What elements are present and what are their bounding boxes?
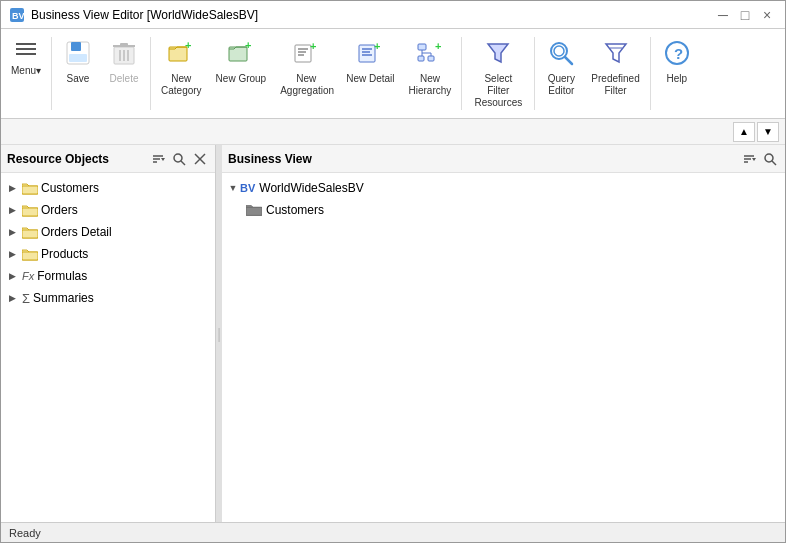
menu-lines-icon <box>14 37 38 61</box>
toolbar: Menu▾ Save <box>1 29 785 119</box>
new-group-label: New Group <box>216 73 267 85</box>
bv-root-icon: BV <box>240 182 255 194</box>
status-text: Ready <box>9 527 41 539</box>
new-group-button[interactable]: + New Group <box>210 33 273 114</box>
save-icon <box>62 37 94 69</box>
menu-label: Menu▾ <box>11 65 41 76</box>
query-editor-button[interactable]: QueryEditor <box>539 33 583 114</box>
business-view-tree: ▼ BV WorldWideSalesBV Customers <box>222 173 785 522</box>
tree-label-formulas: Formulas <box>37 269 87 283</box>
main-window: BV Business View Editor [WorldWideSalesB… <box>0 0 786 543</box>
predefined-filter-button[interactable]: PredefinedFilter <box>585 33 645 114</box>
window-controls: ─ □ × <box>713 5 777 25</box>
help-button[interactable]: ? Help <box>655 33 699 114</box>
svg-text:+: + <box>185 39 191 51</box>
svg-rect-15 <box>295 45 311 62</box>
right-panel-header-icons <box>740 150 779 168</box>
svg-text:+: + <box>435 40 441 52</box>
new-hierarchy-icon: + <box>414 37 446 69</box>
right-panel: Business View <box>222 145 785 522</box>
select-filter-resources-button[interactable]: Select FilterResources <box>466 33 530 114</box>
svg-rect-50 <box>22 252 38 260</box>
separator-3 <box>461 37 462 110</box>
new-category-label: NewCategory <box>161 73 202 97</box>
new-aggregation-icon: + <box>290 37 322 69</box>
svg-line-34 <box>565 57 572 64</box>
save-button[interactable]: Save <box>56 33 100 114</box>
left-panel-title: Resource Objects <box>7 152 109 166</box>
expander-customers[interactable]: ▶ <box>5 181 19 195</box>
tree-item-formulas[interactable]: ▶ Fx Formulas <box>1 265 215 287</box>
window-title: Business View Editor [WorldWideSalesBV] <box>31 8 258 22</box>
tree-item-summaries[interactable]: ▶ Σ Summaries <box>1 287 215 309</box>
new-aggregation-button[interactable]: + NewAggregation <box>274 33 338 114</box>
new-detail-button[interactable]: + New Detail <box>340 33 400 114</box>
minimize-button[interactable]: ─ <box>713 5 733 25</box>
tree-label-summaries: Summaries <box>33 291 94 305</box>
tree-item-orders[interactable]: ▶ Orders <box>1 199 215 221</box>
svg-line-55 <box>772 161 776 165</box>
svg-rect-26 <box>418 56 424 61</box>
svg-rect-27 <box>428 56 434 61</box>
tree-label-products: Products <box>41 247 88 261</box>
folder-icon-products <box>22 247 38 261</box>
new-hierarchy-button[interactable]: + NewHierarchy <box>403 33 458 114</box>
help-label: Help <box>666 73 687 85</box>
delete-label: Delete <box>110 73 139 85</box>
svg-rect-4 <box>69 54 87 62</box>
svg-rect-3 <box>71 42 81 51</box>
bv-root-expander[interactable]: ▼ <box>226 181 240 195</box>
tree-item-products[interactable]: ▶ Products <box>1 243 215 265</box>
separator-1 <box>51 37 52 110</box>
new-category-button[interactable]: + NewCategory <box>155 33 208 114</box>
status-bar: Ready <box>1 522 785 542</box>
bv-item-customers[interactable]: Customers <box>242 199 785 221</box>
tree-label-customers: Customers <box>41 181 99 195</box>
scroll-up-button[interactable]: ▲ <box>733 122 755 142</box>
svg-point-54 <box>765 154 773 162</box>
close-panel-icon[interactable] <box>191 150 209 168</box>
folder-icon-orders-detail <box>22 225 38 239</box>
delete-button[interactable]: Delete <box>102 33 146 114</box>
left-panel-header: Resource Objects <box>1 145 215 173</box>
main-content: Resource Objects <box>1 145 785 522</box>
svg-marker-32 <box>488 44 508 62</box>
svg-text:+: + <box>245 39 251 51</box>
help-icon: ? <box>661 37 693 69</box>
svg-rect-25 <box>418 44 426 50</box>
sigma-icon: Σ <box>22 291 30 306</box>
svg-marker-36 <box>606 44 626 62</box>
svg-rect-20 <box>359 45 375 62</box>
tree-item-orders-detail[interactable]: ▶ Orders Detail <box>1 221 215 243</box>
bv-sort-icon[interactable] <box>740 150 758 168</box>
expander-orders[interactable]: ▶ <box>5 203 19 217</box>
expander-products[interactable]: ▶ <box>5 247 19 261</box>
scroll-down-button[interactable]: ▼ <box>757 122 779 142</box>
sort-icon[interactable] <box>149 150 167 168</box>
close-button[interactable]: × <box>757 5 777 25</box>
right-panel-title: Business View <box>228 152 312 166</box>
tree-label-orders-detail: Orders Detail <box>41 225 112 239</box>
maximize-button[interactable]: □ <box>735 5 755 25</box>
svg-rect-48 <box>22 208 38 216</box>
expander-orders-detail[interactable]: ▶ <box>5 225 19 239</box>
svg-text:+: + <box>374 40 380 52</box>
expander-summaries[interactable]: ▶ <box>5 291 19 305</box>
select-filter-icon <box>482 37 514 69</box>
left-panel: Resource Objects <box>1 145 216 522</box>
expander-formulas[interactable]: ▶ <box>5 269 19 283</box>
svg-text:?: ? <box>674 45 683 62</box>
bv-root-item[interactable]: ▼ BV WorldWideSalesBV <box>222 177 785 199</box>
app-icon: BV <box>9 7 25 23</box>
select-filter-label: Select FilterResources <box>472 73 524 109</box>
menu-button[interactable]: Menu▾ <box>5 33 47 114</box>
search-icon[interactable] <box>170 150 188 168</box>
title-bar: BV Business View Editor [WorldWideSalesB… <box>1 1 785 29</box>
tree-item-customers[interactable]: ▶ Customers <box>1 177 215 199</box>
folder-icon-customers <box>22 181 38 195</box>
svg-text:BV: BV <box>12 11 25 21</box>
bv-search-icon[interactable] <box>761 150 779 168</box>
svg-rect-49 <box>22 230 38 238</box>
svg-line-44 <box>181 161 185 165</box>
svg-point-43 <box>174 154 182 162</box>
